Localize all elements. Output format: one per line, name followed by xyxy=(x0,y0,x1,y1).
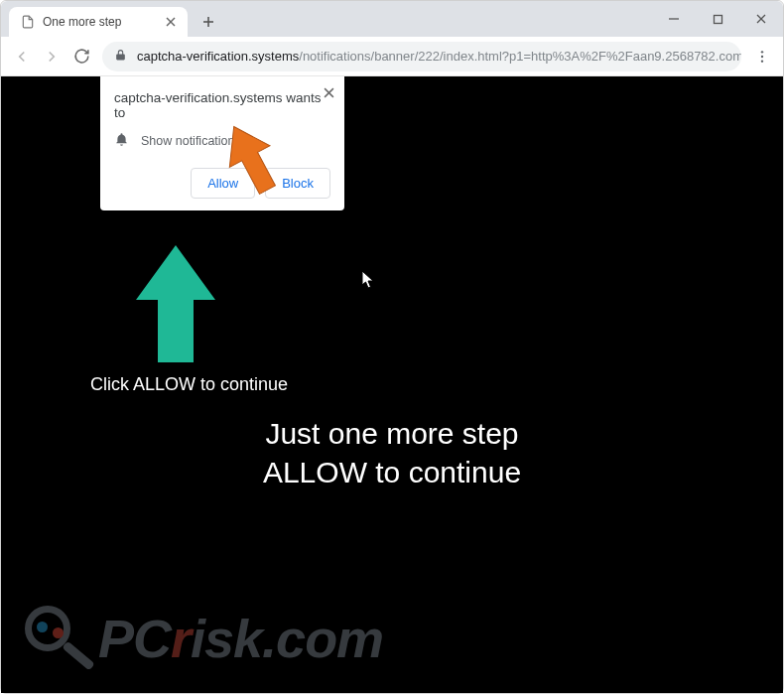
hint-large-line1: Just one more step xyxy=(1,414,783,453)
permission-option-label: Show notifications xyxy=(141,134,241,148)
svg-point-9 xyxy=(761,55,763,57)
url-path: /notifications/banner/222/index.html?p1=… xyxy=(299,49,741,64)
minimize-button[interactable] xyxy=(652,1,696,37)
permission-buttons: Allow Block xyxy=(114,168,330,199)
permission-option-row: Show notifications xyxy=(114,132,330,150)
window-controls xyxy=(652,1,783,37)
watermark: PCrisk.com xyxy=(23,604,383,673)
allow-button[interactable]: Allow xyxy=(191,168,255,199)
svg-rect-5 xyxy=(714,15,721,23)
close-icon[interactable] xyxy=(324,84,334,102)
hint-large-line2: ALLOW to continue xyxy=(1,453,783,491)
hint-small-text: Click ALLOW to continue xyxy=(90,374,288,395)
url-domain: captcha-verification.systems xyxy=(137,49,299,64)
cursor-icon xyxy=(361,270,375,290)
back-button[interactable] xyxy=(7,42,37,71)
address-bar[interactable]: captcha-verification.systems/notificatio… xyxy=(102,42,741,71)
close-tab-icon[interactable] xyxy=(164,15,178,29)
watermark-suffix: isk.com xyxy=(191,609,383,668)
watermark-prefix: PC xyxy=(98,609,171,668)
browser-tab[interactable]: One more step xyxy=(9,7,188,37)
watermark-text: PCrisk.com xyxy=(98,608,383,669)
magnifier-icon xyxy=(23,604,92,673)
svg-point-10 xyxy=(761,60,763,62)
titlebar: One more step xyxy=(1,1,783,37)
up-arrow-icon xyxy=(136,245,215,364)
new-tab-button[interactable] xyxy=(196,9,221,35)
bell-icon xyxy=(114,132,129,150)
block-button[interactable]: Block xyxy=(265,168,330,199)
permission-origin-text: captcha-verification.systems wants to xyxy=(114,90,330,120)
forward-button[interactable] xyxy=(37,42,66,71)
lock-icon xyxy=(114,49,127,65)
menu-button[interactable] xyxy=(747,42,777,71)
hint-large-text: Just one more step ALLOW to continue xyxy=(1,414,783,491)
reload-button[interactable] xyxy=(66,42,96,71)
notification-permission-popup: captcha-verification.systems wants to Sh… xyxy=(100,76,344,210)
page-icon xyxy=(21,15,35,29)
browser-window: One more step xyxy=(0,0,784,694)
tab-title: One more step xyxy=(43,15,156,29)
maximize-button[interactable] xyxy=(696,1,739,37)
svg-point-8 xyxy=(761,51,763,53)
svg-marker-14 xyxy=(136,245,215,362)
toolbar: captcha-verification.systems/notificatio… xyxy=(1,37,783,76)
close-window-button[interactable] xyxy=(739,1,783,37)
watermark-r: r xyxy=(171,609,191,668)
page-content: captcha-verification.systems wants to Sh… xyxy=(1,76,783,693)
